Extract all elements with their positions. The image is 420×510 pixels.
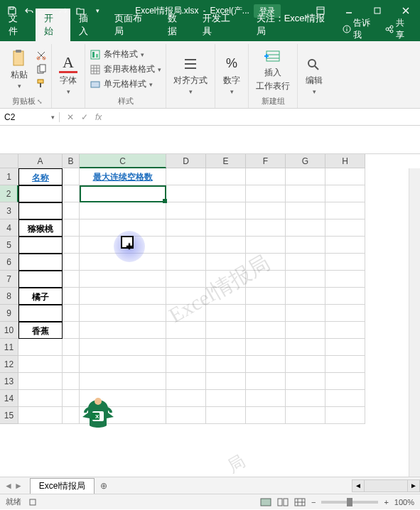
- cell[interactable]: [63, 339, 80, 356]
- conditional-format-button[interactable]: 条件格式 ▾: [90, 48, 161, 60]
- cut-icon[interactable]: [36, 50, 47, 61]
- paste-button[interactable]: 粘贴▾: [7, 48, 31, 91]
- row-header[interactable]: 2: [0, 185, 18, 202]
- embedded-logo-image[interactable]: X: [77, 393, 119, 435]
- cell[interactable]: [246, 373, 286, 390]
- row-header[interactable]: 13: [0, 373, 18, 390]
- cell[interactable]: [166, 237, 206, 254]
- cell[interactable]: [80, 288, 166, 305]
- cell[interactable]: [18, 254, 63, 271]
- column-header[interactable]: C: [80, 154, 166, 168]
- insert-row-button[interactable]: 插入 工作表行: [253, 45, 293, 94]
- row-header[interactable]: 15: [0, 407, 18, 424]
- cell[interactable]: [80, 185, 166, 202]
- cell[interactable]: [286, 390, 325, 407]
- cell[interactable]: [18, 373, 63, 390]
- chevron-down-icon[interactable]: ▾: [51, 114, 55, 121]
- cell[interactable]: 名称: [18, 168, 63, 185]
- cell[interactable]: [18, 271, 63, 288]
- column-header[interactable]: F: [246, 154, 286, 168]
- cell[interactable]: [206, 339, 246, 356]
- cell[interactable]: [286, 185, 325, 202]
- cell[interactable]: [206, 168, 246, 185]
- cell[interactable]: [246, 288, 286, 305]
- copy-icon[interactable]: [36, 64, 47, 75]
- cell[interactable]: [286, 288, 325, 305]
- cell[interactable]: [166, 305, 206, 322]
- redo-icon[interactable]: [55, 3, 71, 18]
- tab-data[interactable]: 数据: [159, 9, 195, 41]
- cell[interactable]: [63, 202, 80, 219]
- cell[interactable]: [325, 339, 365, 356]
- cell[interactable]: [63, 168, 80, 185]
- cell[interactable]: [166, 407, 206, 424]
- cell[interactable]: [206, 219, 246, 237]
- cell[interactable]: [246, 185, 286, 202]
- cell[interactable]: [246, 202, 286, 219]
- cell[interactable]: [325, 390, 365, 407]
- format-painter-icon[interactable]: [36, 78, 47, 89]
- cell[interactable]: [206, 407, 246, 424]
- cell[interactable]: [206, 373, 246, 390]
- cell[interactable]: [246, 356, 286, 373]
- cell[interactable]: [246, 219, 286, 237]
- cell[interactable]: [246, 322, 286, 339]
- cell[interactable]: 香蕉: [18, 322, 63, 339]
- cell[interactable]: [246, 407, 286, 424]
- cell[interactable]: [63, 271, 80, 288]
- cells-grid[interactable]: 名称最大连续空格数猕猴桃橘子香蕉: [18, 168, 365, 424]
- name-box[interactable]: C2▾: [0, 112, 60, 122]
- cell[interactable]: [325, 185, 365, 202]
- cell[interactable]: [63, 219, 80, 237]
- cell[interactable]: [325, 254, 365, 271]
- cell[interactable]: [286, 254, 325, 271]
- column-header[interactable]: A: [18, 154, 63, 168]
- cell[interactable]: [206, 322, 246, 339]
- cell[interactable]: [325, 202, 365, 219]
- column-header[interactable]: G: [286, 154, 325, 168]
- cell[interactable]: [18, 305, 63, 322]
- share-button[interactable]: 共享: [384, 17, 413, 41]
- cell[interactable]: [18, 202, 63, 219]
- cell[interactable]: 橘子: [18, 288, 63, 305]
- cell[interactable]: [206, 305, 246, 322]
- tab-file[interactable]: 文件: [0, 9, 36, 41]
- cell[interactable]: [206, 356, 246, 373]
- row-header[interactable]: 14: [0, 390, 18, 407]
- cell[interactable]: [325, 407, 365, 424]
- cell-style-button[interactable]: 单元格样式 ▾: [90, 78, 161, 90]
- row-header[interactable]: 6: [0, 254, 18, 271]
- cell[interactable]: 最大连续空格数: [80, 168, 166, 185]
- cell[interactable]: [325, 237, 365, 254]
- cell[interactable]: [166, 168, 206, 185]
- cell[interactable]: [166, 254, 206, 271]
- row-header[interactable]: 8: [0, 288, 18, 305]
- cell[interactable]: [18, 356, 63, 373]
- cell[interactable]: [80, 271, 166, 288]
- cell[interactable]: [206, 237, 246, 254]
- cell[interactable]: [80, 373, 166, 390]
- row-header[interactable]: 1: [0, 168, 18, 185]
- cell[interactable]: [206, 254, 246, 271]
- cell[interactable]: [206, 288, 246, 305]
- row-header[interactable]: 9: [0, 305, 18, 322]
- sheet-nav-next-icon[interactable]: ►: [14, 481, 23, 491]
- macro-record-icon[interactable]: [28, 498, 37, 506]
- select-all-button[interactable]: [0, 154, 18, 168]
- tellme-button[interactable]: 告诉我: [342, 17, 379, 41]
- view-pagelayout-icon[interactable]: [277, 498, 289, 506]
- tab-dev[interactable]: 开发工具: [194, 9, 247, 41]
- cell[interactable]: [166, 219, 206, 237]
- cell[interactable]: [286, 202, 325, 219]
- cell[interactable]: [286, 322, 325, 339]
- cell[interactable]: [206, 390, 246, 407]
- cell[interactable]: [18, 237, 63, 254]
- column-header[interactable]: B: [63, 154, 80, 168]
- cell[interactable]: [246, 339, 286, 356]
- cell[interactable]: [166, 202, 206, 219]
- tab-follow[interactable]: 关注：Excel情报局: [248, 9, 342, 41]
- cell[interactable]: [325, 305, 365, 322]
- row-header[interactable]: 7: [0, 271, 18, 288]
- tab-insert[interactable]: 插入: [70, 9, 106, 41]
- column-header[interactable]: E: [206, 154, 246, 168]
